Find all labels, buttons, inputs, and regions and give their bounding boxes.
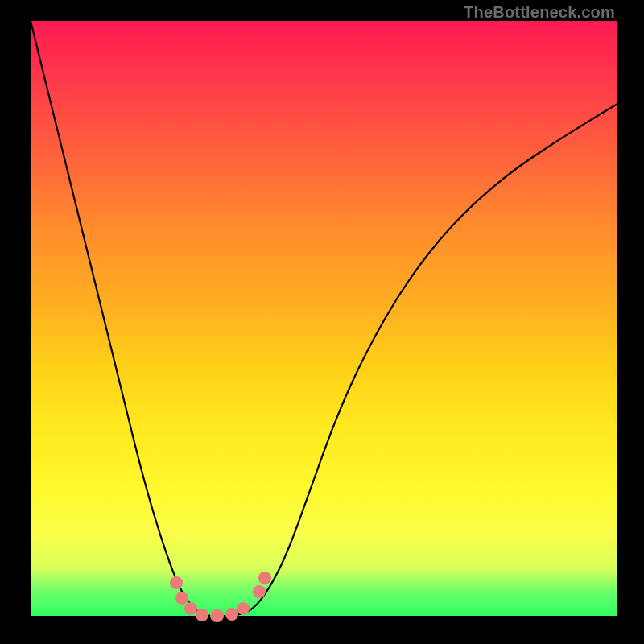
plot-area [31,21,617,616]
curve-marker [210,609,223,622]
curve-marker [175,592,188,605]
chart-stage: TheBottleneck.com [0,0,644,644]
curve-marker [196,609,208,621]
watermark-text: TheBottleneck.com [464,3,615,22]
curve-marker [170,576,183,589]
